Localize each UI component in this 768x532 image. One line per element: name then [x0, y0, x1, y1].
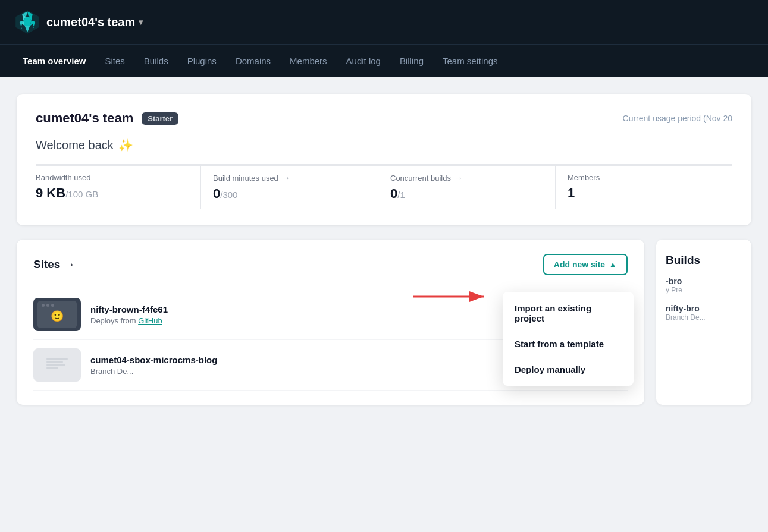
build-item-2: nifty-bro Branch De... [666, 304, 742, 322]
sparkle-icon: ✨ [118, 138, 133, 152]
site-name-1[interactable]: nifty-brown-f4fe61 [90, 304, 168, 314]
nav-members[interactable]: Members [281, 51, 336, 71]
build-minutes-arrow[interactable]: → [282, 173, 290, 182]
team-dropdown-chevron[interactable]: ▾ [139, 17, 143, 27]
nav-audit-log[interactable]: Audit log [338, 51, 389, 71]
sites-title: Sites → [33, 258, 75, 271]
site-source-2: Branch De... [90, 367, 217, 376]
build-item-2-name: nifty-bro [666, 304, 742, 313]
site-info-2: cumet04-sbox-microcms-blog Branch De... [90, 355, 217, 376]
overview-card: cumet04's team Starter Current usage per… [17, 94, 751, 225]
welcome-text: Welcome back [36, 138, 114, 152]
secondary-nav: Team overview Sites Builds Plugins Domai… [0, 45, 768, 77]
import-project-option[interactable]: Import an existing project [503, 295, 634, 331]
top-bar: cumet04's team ▾ [0, 0, 768, 45]
site-source-1: Deploys from GitHub [90, 316, 168, 325]
nav-billing[interactable]: Billing [391, 51, 432, 71]
site-info-1: nifty-brown-f4fe61 Deploys from GitHub [90, 304, 168, 325]
build-item-1-name: -bro [666, 276, 742, 286]
stat-bandwidth: Bandwidth used 9 KB/100 GB [36, 164, 200, 209]
stat-concurrent-builds: Concurrent builds → 0/1 [378, 164, 555, 209]
stats-row: Bandwidth used 9 KB/100 GB Build minutes… [36, 164, 732, 209]
sites-header: Sites → Add new site ▲ Import an existin… [33, 254, 628, 275]
logo-area[interactable]: cumet04's team ▾ [14, 9, 143, 35]
site-thumbnail-2 [33, 348, 81, 382]
usage-period: Current usage period (Nov 20 [623, 114, 732, 123]
build-item-2-sub: Branch De... [666, 313, 742, 322]
stat-bandwidth-value: 9 KB/100 GB [36, 185, 189, 201]
svg-rect-16 [46, 367, 58, 369]
svg-rect-15 [46, 364, 65, 366]
welcome-back: Welcome back ✨ [36, 138, 732, 152]
site-thumb-lines [45, 357, 69, 373]
builds-title: Builds [666, 254, 742, 267]
nav-builds[interactable]: Builds [136, 51, 177, 71]
nav-plugins[interactable]: Plugins [179, 51, 225, 71]
deploy-manually-option[interactable]: Deploy manually [503, 357, 634, 382]
template-option[interactable]: Start from a template [503, 331, 634, 357]
stat-concurrent-label: Concurrent builds → [390, 173, 543, 182]
netlify-logo [14, 9, 40, 35]
stat-members-label: Members [568, 173, 720, 182]
add-site-container: Add new site ▲ Import an existing projec… [543, 254, 628, 275]
bottom-section: Sites → Add new site ▲ Import an existin… [17, 240, 751, 405]
stat-concurrent-value: 0/1 [390, 186, 543, 202]
nav-team-settings[interactable]: Team settings [434, 51, 506, 71]
stat-build-minutes-label: Build minutes used → [213, 173, 366, 182]
add-site-dropdown: Import an existing project Start from a … [503, 292, 634, 386]
site-name-2[interactable]: cumet04-sbox-microcms-blog [90, 355, 217, 365]
nav-sites[interactable]: Sites [96, 51, 133, 71]
github-link-1[interactable]: GitHub [138, 316, 162, 325]
add-new-site-button[interactable]: Add new site ▲ [543, 254, 628, 275]
nav-domains[interactable]: Domains [227, 51, 279, 71]
stat-members-value: 1 [568, 185, 720, 201]
team-title-area: cumet04's team Starter [36, 111, 178, 126]
builds-card: Builds -bro y Pre nifty-bro Branch De... [656, 240, 751, 405]
build-item-1-sub: y Pre [666, 286, 742, 294]
main-content: cumet04's team Starter Current usage per… [0, 77, 768, 532]
svg-rect-13 [46, 358, 68, 360]
build-item-1: -bro y Pre [666, 276, 742, 294]
stat-build-minutes-value: 0/300 [213, 186, 366, 202]
site-thumbnail-1: 🙂 [33, 298, 81, 331]
stat-bandwidth-label: Bandwidth used [36, 173, 189, 182]
team-name-header: cumet04's team ▾ [46, 15, 143, 29]
stat-build-minutes: Build minutes used → 0/300 [200, 164, 378, 209]
starter-badge: Starter [142, 112, 178, 125]
team-name-text: cumet04's team [46, 15, 135, 29]
nav-team-overview[interactable]: Team overview [14, 51, 94, 71]
card-header: cumet04's team Starter Current usage per… [36, 111, 732, 126]
stat-members: Members 1 [555, 164, 732, 209]
svg-rect-14 [46, 361, 63, 363]
team-title: cumet04's team [36, 111, 133, 126]
sites-card: Sites → Add new site ▲ Import an existin… [17, 240, 644, 405]
concurrent-arrow[interactable]: → [454, 173, 463, 182]
